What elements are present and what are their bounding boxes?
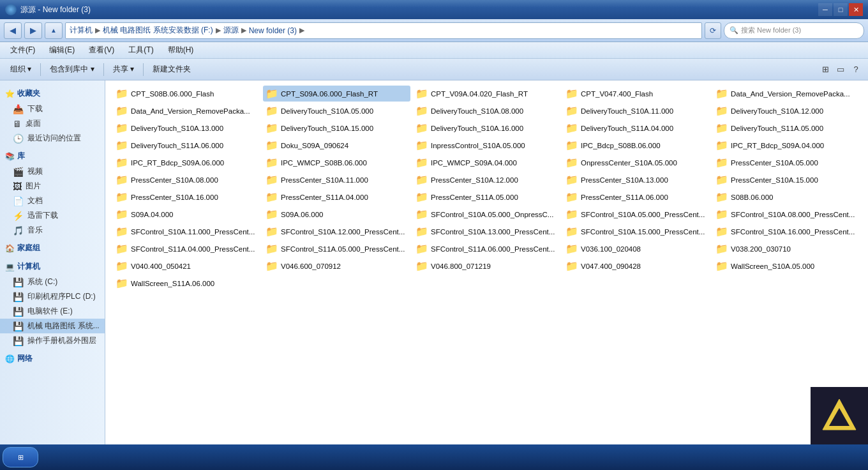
sidebar-header-network[interactable]: 🌐 网络	[0, 351, 105, 367]
folder-item[interactable]: 📁 PressCenter_S11A.06.000	[563, 189, 710, 205]
folder-item[interactable]: 📁 DeliveryTouch_S10A.16.000	[413, 120, 560, 136]
folder-item[interactable]: 📁 DeliveryTouch_S10A.11.000	[563, 103, 710, 119]
folder-item[interactable]: 📁 PressCenter_S10A.11.000	[263, 172, 410, 188]
folder-item[interactable]: 📁 SFControl_S11A.04.000_PressCent...	[113, 241, 260, 257]
menu-tools[interactable]: 工具(T)	[122, 43, 160, 57]
sidebar-item-xunlei[interactable]: ⚡ 迅雷下载	[0, 208, 105, 223]
folder-item[interactable]: 📁 PressCenter_S10A.12.000	[413, 172, 560, 188]
sidebar-item-video[interactable]: 🎬 视频	[0, 164, 105, 179]
folder-item[interactable]: 📁 CPT_S09A.06.000_Flash_RT	[263, 86, 410, 102]
start-button[interactable]: ⊞	[3, 447, 38, 467]
folder-item[interactable]: 📁 V047.400_090428	[563, 258, 710, 274]
path-source[interactable]: 源源	[223, 25, 239, 36]
folder-item[interactable]: 📁 PressCenter_S11A.05.000	[413, 189, 560, 205]
sidebar-item-downloads[interactable]: 📥 下载	[0, 102, 105, 116]
search-box[interactable]: 🔍 搜索 New folder (3)	[724, 22, 864, 39]
path-drive[interactable]: 机械 电路图纸 系统安装数据 (F:)	[103, 25, 213, 36]
folder-item[interactable]: 📁 DeliveryTouch_S11A.06.000	[113, 137, 260, 153]
folder-item[interactable]: 📁 CPT_S08B.06.000_Flash	[113, 86, 260, 102]
up-button[interactable]: ▲	[45, 22, 63, 39]
folder-item[interactable]: 📁 SFControl_S10A.16.000_PressCent...	[713, 224, 860, 239]
organize-button[interactable]: 组织 ▾	[5, 62, 36, 77]
folder-item[interactable]: 📁 IPC_Bdcp_S08B.06.000	[563, 137, 710, 153]
folder-item[interactable]: 📁 IPC_WMCP_S08B.06.000	[263, 155, 410, 171]
folder-item[interactable]: 📁 PressCenter_S10A.05.000	[713, 155, 860, 171]
folder-item[interactable]: 📁 SFControl_S10A.15.000_PressCent...	[563, 224, 710, 239]
view-toggle-button[interactable]: ▭	[834, 63, 848, 77]
folder-item[interactable]: 📁 DeliveryTouch_S10A.12.000	[713, 103, 860, 119]
folder-item[interactable]: 📁 DeliveryTouch_S11A.04.000	[563, 120, 710, 136]
folder-item[interactable]: 📁 PressCenter_S10A.08.000	[113, 172, 260, 188]
sidebar-item-desktop[interactable]: 🖥 桌面	[0, 116, 105, 131]
forward-button[interactable]: ▶	[24, 22, 42, 39]
sidebar-item-pictures[interactable]: 🖼 图片	[0, 179, 105, 193]
folder-item[interactable]: 📁 SFControl_S10A.13.000_PressCent...	[413, 224, 560, 239]
folder-item[interactable]: 📁 SFControl_S10A.11.000_PressCent...	[113, 224, 260, 239]
folder-item[interactable]: 📁 SFControl_S11A.05.000_PressCent...	[263, 241, 410, 257]
sidebar-item-manual[interactable]: 💾 操作手册机器外围层	[0, 333, 105, 348]
folder-item[interactable]: 📁 Data_And_Version_RemovePacka...	[113, 103, 260, 119]
overlay-logo[interactable]	[811, 387, 868, 444]
folder-item[interactable]: 📁 SFControl_S10A.12.000_PressCent...	[263, 224, 410, 239]
help-icon-button[interactable]: ?	[849, 63, 863, 77]
sidebar-item-documents[interactable]: 📄 文档	[0, 193, 105, 208]
sidebar-header-favorites[interactable]: ⭐ 收藏夹	[0, 86, 105, 102]
sidebar-header-computer[interactable]: 💻 计算机	[0, 259, 105, 275]
folder-item[interactable]: 📁 S08B.06.000	[713, 189, 860, 205]
close-button[interactable]: ✕	[849, 3, 863, 16]
folder-item[interactable]: 📁 OnpressCenter_S10A.05.000	[563, 155, 710, 171]
folder-item[interactable]: 📁 IPC_RT_Bdcp_S09A.04.000	[713, 137, 860, 153]
folder-item[interactable]: 📁 IPC_RT_Bdcp_S09A.06.000	[113, 155, 260, 171]
sidebar-header-library[interactable]: 📚 库	[0, 148, 105, 164]
back-button[interactable]: ◀	[4, 22, 22, 39]
path-folder[interactable]: New folder (3)	[249, 26, 297, 35]
new-folder-button[interactable]: 新建文件夹	[147, 62, 196, 77]
folder-item[interactable]: 📁 PressCenter_S10A.16.000	[113, 189, 260, 205]
folder-item[interactable]: 📁 Doku_S09A_090624	[263, 137, 410, 153]
sidebar-item-d-drive[interactable]: 💾 印刷机程序PLC (D:)	[0, 289, 105, 304]
address-path[interactable]: 计算机 ▶ 机械 电路图纸 系统安装数据 (F:) ▶ 源源 ▶ New fol…	[65, 22, 702, 39]
folder-item[interactable]: 📁 S09A.04.000	[113, 206, 260, 222]
folder-item[interactable]: 📁 V036.100_020408	[563, 241, 710, 257]
folder-item[interactable]: 📁 DeliveryTouch_S10A.13.000	[113, 120, 260, 136]
sidebar-item-music[interactable]: 🎵 音乐	[0, 223, 105, 238]
folder-item[interactable]: 📁 SFControl_S10A.05.000_PressCent...	[563, 206, 710, 222]
folder-item[interactable]: 📁 CPT_V047.400_Flash	[563, 86, 710, 102]
folder-item[interactable]: 📁 CPT_V09A.04.020_Flash_RT	[413, 86, 560, 102]
folder-item[interactable]: 📁 DeliveryTouch_S10A.15.000	[263, 120, 410, 136]
share-button[interactable]: 共享 ▾	[108, 62, 139, 77]
sidebar-item-f-drive[interactable]: 💾 机械 电路图纸 系统...	[0, 319, 105, 333]
path-computer[interactable]: 计算机	[70, 25, 93, 36]
folder-item[interactable]: 📁 DeliveryTouch_S10A.08.000	[413, 103, 560, 119]
folder-item[interactable]: 📁 V038.200_030710	[713, 241, 860, 257]
folder-item[interactable]: 📁 WallScreen_S11A.06.000	[113, 275, 260, 291]
folder-item[interactable]: 📁 SFControl_S10A.08.000_PressCent...	[713, 206, 860, 222]
maximize-button[interactable]: □	[834, 3, 848, 16]
minimize-button[interactable]: ─	[818, 3, 832, 16]
folder-item[interactable]: 📁 Data_And_Version_RemovePacka...	[713, 86, 860, 102]
refresh-button[interactable]: ⟳	[705, 22, 721, 39]
folder-item[interactable]: 📁 V046.600_070912	[263, 258, 410, 274]
view-change-button[interactable]: ⊞	[818, 63, 832, 77]
sidebar-item-recent[interactable]: 🕒 最近访问的位置	[0, 131, 105, 146]
menu-edit[interactable]: 编辑(E)	[43, 43, 81, 57]
folder-item[interactable]: 📁 V046.800_071219	[413, 258, 560, 274]
folder-item[interactable]: 📁 IPC_WMCP_S09A.04.000	[413, 155, 560, 171]
folder-item[interactable]: 📁 V040.400_050421	[113, 258, 260, 274]
menu-view[interactable]: 查看(V)	[82, 43, 121, 57]
sidebar-item-c-drive[interactable]: 💾 系统 (C:)	[0, 275, 105, 289]
folder-item[interactable]: 📁 SFControl_S11A.06.000_PressCent...	[413, 241, 560, 257]
sidebar-item-e-drive[interactable]: 💾 电脑软件 (E:)	[0, 304, 105, 319]
menu-help[interactable]: 帮助(H)	[161, 43, 200, 57]
folder-item[interactable]: 📁 S09A.06.000	[263, 206, 410, 222]
folder-item[interactable]: 📁 PressCenter_S10A.15.000	[713, 172, 860, 188]
menu-file[interactable]: 文件(F)	[4, 43, 41, 57]
folder-item[interactable]: 📁 DeliveryTouch_S11A.05.000	[713, 120, 860, 136]
folder-item[interactable]: 📁 InpressControl_S10A.05.000	[413, 137, 560, 153]
folder-item[interactable]: 📁 WallScreen_S10A.05.000	[713, 258, 860, 274]
folder-item[interactable]: 📁 DeliveryTouch_S10A.05.000	[263, 103, 410, 119]
sidebar-header-homegroup[interactable]: 🏠 家庭组	[0, 240, 105, 256]
folder-item[interactable]: 📁 SFControl_S10A.05.000_OnpressC...	[413, 206, 560, 222]
folder-item[interactable]: 📁 PressCenter_S11A.04.000	[263, 189, 410, 205]
folder-item[interactable]: 📁 PressCenter_S10A.13.000	[563, 172, 710, 188]
